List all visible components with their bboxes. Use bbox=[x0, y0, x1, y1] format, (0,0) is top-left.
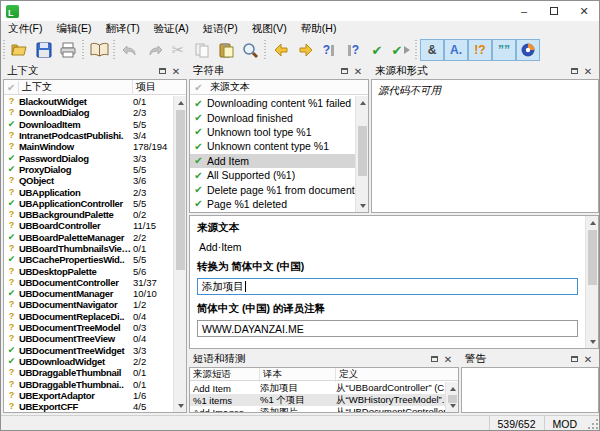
close-icon[interactable]: ✕ bbox=[351, 65, 365, 77]
phrase-row[interactable]: Add Item添加项目从“UBBoardController” (C... bbox=[190, 382, 445, 394]
next-unfinished-button[interactable]: ? bbox=[341, 39, 365, 61]
context-row[interactable]: ?UBBackgroundPalette0/2 bbox=[4, 209, 173, 220]
done-button[interactable]: ✔ bbox=[365, 39, 389, 61]
context-row[interactable]: ?UBDocumentNavigator1/2 bbox=[4, 299, 173, 310]
prev-button[interactable] bbox=[269, 39, 293, 61]
scroll-up-icon[interactable] bbox=[174, 96, 187, 109]
accelerators-toggle[interactable]: & bbox=[420, 39, 444, 61]
strings-header-source[interactable]: 来源文本 bbox=[207, 79, 368, 95]
scroll-up-icon[interactable] bbox=[586, 216, 599, 229]
context-row[interactable]: ?BlackoutWidget0/1 bbox=[4, 96, 173, 107]
context-row[interactable]: ?UBBoardController11/15 bbox=[4, 220, 173, 231]
context-row[interactable]: ✔UBDocumentTreeWidget3/3 bbox=[4, 345, 173, 356]
copy-button[interactable] bbox=[190, 39, 214, 61]
context-row[interactable]: ?UBDraggableThumbnail0/1 bbox=[4, 367, 173, 378]
menu-item-3[interactable]: 验证(A) bbox=[147, 21, 196, 37]
scrollbar-thumb[interactable] bbox=[588, 230, 597, 285]
editor-scrollbar[interactable] bbox=[585, 216, 598, 348]
done-and-next-button[interactable]: ✔ bbox=[389, 39, 413, 61]
context-scrollbar[interactable] bbox=[173, 96, 186, 412]
phrases-header-translation[interactable]: 译本 bbox=[260, 367, 336, 382]
context-row[interactable]: ✔UBCachePropertiesWid..5/5 bbox=[4, 254, 173, 265]
context-row[interactable]: ✔UBDocumentManager10/10 bbox=[4, 288, 173, 299]
title-bar[interactable]: L – ✕ bbox=[1, 1, 599, 21]
string-row[interactable]: ✔Delete page %1 from document bbox=[190, 182, 355, 196]
context-header-state[interactable]: ✔ bbox=[4, 81, 19, 94]
scroll-down-icon[interactable] bbox=[586, 335, 599, 348]
close-icon[interactable]: ✕ bbox=[169, 65, 183, 77]
context-row[interactable]: ?UBDocumentController31/37 bbox=[4, 277, 173, 288]
redo-button[interactable] bbox=[142, 39, 166, 61]
paste-button[interactable] bbox=[214, 39, 238, 61]
context-row[interactable]: ?UBDocumentTreeModel0/3 bbox=[4, 322, 173, 333]
place-markers-toggle[interactable]: ”” bbox=[492, 39, 516, 61]
string-row[interactable]: ✔Page %1 deleted bbox=[190, 197, 355, 211]
context-row[interactable]: ?UBDraggableThumbnai..0/1 bbox=[4, 378, 173, 389]
translator-comment-input[interactable]: WWW.DAYANZAI.ME bbox=[197, 320, 578, 337]
ending-punctuation-toggle[interactable]: A. bbox=[444, 39, 468, 61]
context-row[interactable]: ✔UBDownloadWidget2/2 bbox=[4, 356, 173, 367]
cut-button[interactable]: ✂ bbox=[166, 39, 190, 61]
phrases-scrollbar[interactable] bbox=[445, 382, 458, 412]
scroll-down-icon[interactable] bbox=[356, 199, 369, 212]
context-row[interactable]: ✔ProxyDialog5/5 bbox=[4, 164, 173, 175]
menu-item-4[interactable]: 短语(P) bbox=[196, 21, 245, 37]
phrases-header-definition[interactable]: 定义 bbox=[336, 367, 458, 382]
string-row[interactable]: ✔Unknown tool type %1 bbox=[190, 125, 355, 139]
float-button[interactable] bbox=[567, 65, 581, 77]
float-button[interactable] bbox=[155, 65, 169, 77]
close-button[interactable]: ✕ bbox=[569, 1, 599, 21]
menu-item-6[interactable]: 帮助(H) bbox=[294, 21, 344, 37]
toolbar-handle[interactable] bbox=[81, 40, 86, 60]
context-row[interactable]: ?UBExportCFF4/5 bbox=[4, 401, 173, 412]
phrase-row[interactable]: Add Images添加图片从“UBDocumentController”... bbox=[190, 406, 445, 412]
close-icon[interactable]: ✕ bbox=[581, 65, 595, 77]
scroll-up-icon[interactable] bbox=[446, 382, 459, 395]
next-button[interactable] bbox=[293, 39, 317, 61]
context-row[interactable]: ?UBExportAdaptor1/6 bbox=[4, 390, 173, 401]
context-row[interactable]: ✔DownloadItem5/5 bbox=[4, 119, 173, 130]
string-row[interactable]: ✔Downloading content %1 failed bbox=[190, 96, 355, 110]
context-row[interactable]: ✔UBApplicationController5/5 bbox=[4, 198, 173, 209]
string-row[interactable]: ✔Download finished bbox=[190, 110, 355, 124]
strings-header-state[interactable]: ✔ bbox=[190, 81, 207, 94]
phrases-header-source[interactable]: 来源短语 bbox=[190, 367, 260, 382]
save-button[interactable] bbox=[32, 39, 56, 61]
context-row[interactable]: ?UBDocumentTreeView0/4 bbox=[4, 333, 173, 344]
scroll-up-icon[interactable] bbox=[356, 96, 369, 109]
string-row[interactable]: ✔Add Item bbox=[190, 154, 355, 168]
context-row[interactable]: ?QObject3/6 bbox=[4, 175, 173, 186]
float-button[interactable] bbox=[427, 353, 441, 365]
toolbar-handle[interactable] bbox=[112, 40, 117, 60]
toolbar-handle[interactable] bbox=[414, 40, 419, 60]
minimize-button[interactable]: – bbox=[509, 1, 539, 21]
string-row[interactable]: ✔All Supported (%1) bbox=[190, 168, 355, 182]
scrollbar-thumb[interactable] bbox=[358, 126, 367, 176]
float-button[interactable] bbox=[567, 353, 581, 365]
context-row[interactable]: ?IntranetPodcastPublishi.3/4 bbox=[4, 130, 173, 141]
context-row[interactable]: ?UBBoardThumbnailsVie…0/1 bbox=[4, 243, 173, 254]
context-row[interactable]: ?UBDesktopPalette5/6 bbox=[4, 265, 173, 276]
context-header-name[interactable]: 上下文 bbox=[19, 79, 133, 95]
scroll-down-icon[interactable] bbox=[174, 399, 187, 412]
phrase-matches-toggle[interactable]: !? bbox=[468, 39, 492, 61]
toolbar-handle[interactable] bbox=[2, 40, 7, 60]
context-row[interactable]: ?DownloadDialog2/3 bbox=[4, 107, 173, 118]
maximize-button[interactable] bbox=[539, 1, 569, 21]
string-row[interactable]: ✔Unknown content type %1 bbox=[190, 139, 355, 153]
context-header-items[interactable]: 项目 bbox=[133, 79, 186, 95]
close-icon[interactable]: ✕ bbox=[441, 353, 455, 365]
menu-item-5[interactable]: 视图(V) bbox=[245, 21, 294, 37]
resize-grip[interactable] bbox=[587, 418, 599, 430]
menu-item-0[interactable]: 文件(F) bbox=[1, 21, 49, 37]
close-icon[interactable]: ✕ bbox=[581, 353, 595, 365]
menu-item-2[interactable]: 翻译(T) bbox=[98, 21, 146, 37]
context-row[interactable]: ✔PasswordDialog3/3 bbox=[4, 152, 173, 163]
phrasebook-button[interactable] bbox=[87, 39, 111, 61]
context-row[interactable]: ?UBApplication2/3 bbox=[4, 186, 173, 197]
prev-unfinished-button[interactable]: ? bbox=[317, 39, 341, 61]
context-row[interactable]: ?MainWindow178/194 bbox=[4, 141, 173, 152]
translation-markers-toggle[interactable] bbox=[516, 39, 540, 61]
phrase-row[interactable]: %1 items%1 个项目从“WBHistoryTreeModel”... bbox=[190, 394, 445, 406]
strings-scrollbar[interactable] bbox=[355, 96, 368, 212]
